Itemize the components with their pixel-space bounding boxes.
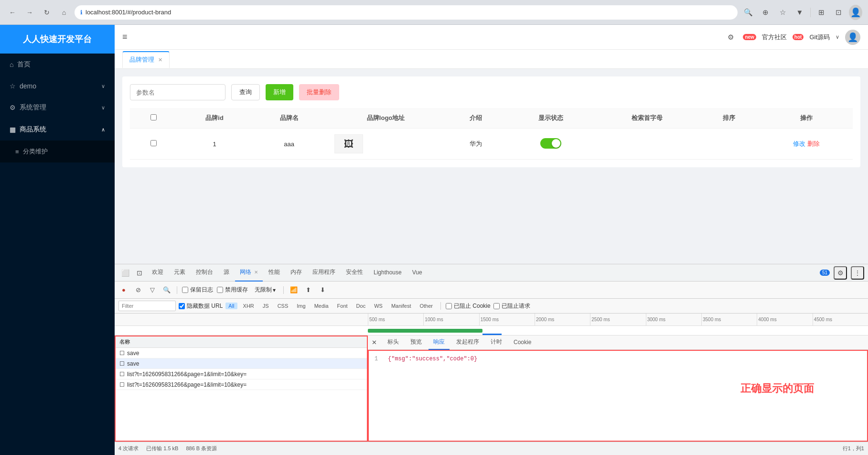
detail-tab-cookie[interactable]: Cookie [509, 336, 536, 350]
delete-button[interactable]: 删除 [807, 140, 820, 148]
detail-tab-timing[interactable]: 计时 [486, 336, 507, 350]
detail-close-button[interactable]: ✕ [372, 339, 377, 346]
filter-all-btn[interactable]: All [225, 303, 237, 309]
row-checkbox[interactable] [150, 140, 157, 146]
select-all-checkbox[interactable] [150, 114, 157, 120]
devtools-more-button[interactable]: ⋮ [851, 266, 864, 280]
devtools-tab-vue[interactable]: Vue [407, 264, 427, 282]
download-button[interactable]: ⬇ [317, 285, 328, 295]
star-tool-button[interactable]: ☆ [776, 6, 789, 19]
devtools-panel-icon-1[interactable]: ⬜ [118, 266, 132, 280]
more-tool-button[interactable]: ▼ [793, 6, 806, 19]
devtools-tab-security[interactable]: 安全性 [341, 264, 368, 282]
detail-tab-headers[interactable]: 标头 [383, 336, 404, 350]
filter-input[interactable] [118, 301, 176, 311]
network-row-save1[interactable]: ☐ save [116, 348, 367, 358]
detail-panel: ✕ 标头 预览 响应 发起程序 [368, 336, 868, 442]
wifi-icon-btn[interactable]: 📶 [289, 285, 299, 295]
stop-button[interactable]: ⊘ [133, 285, 143, 295]
sidebar-item-category[interactable]: ≡ 分类维护 [0, 141, 115, 162]
search-tool-button[interactable]: 🔍 [741, 6, 755, 19]
filter-media-btn[interactable]: Media [311, 303, 332, 309]
tab-brand-management[interactable]: 品牌管理 ✕ [122, 51, 170, 68]
devtools-tab-performance[interactable]: 性能 [264, 264, 285, 282]
home-button[interactable]: ⌂ [57, 6, 71, 19]
search-input[interactable] [130, 84, 225, 100]
address-bar[interactable]: ℹ localhost:8001/#/product-brand [75, 5, 738, 20]
detail-tab-initiator[interactable]: 发起程序 [451, 336, 484, 350]
row-check-1: ☐ [119, 350, 127, 357]
batch-delete-button[interactable]: 批量删除 [299, 84, 339, 100]
tab-close-icon[interactable]: ✕ [158, 57, 162, 63]
gitsource-label[interactable]: Git源码 [809, 33, 830, 42]
hide-data-url-checkbox[interactable] [179, 303, 185, 309]
add-button[interactable]: 新增 [266, 84, 293, 100]
sidebar-item-goods[interactable]: ▦ 商品系统 ∧ [0, 119, 115, 141]
row-intro: 华为 [445, 129, 506, 160]
preserve-log-checkbox[interactable] [182, 287, 188, 293]
user-avatar[interactable]: 👤 [845, 30, 860, 45]
filter-xhr-btn[interactable]: XHR [240, 303, 257, 309]
filter-button[interactable]: ▽ [147, 285, 158, 295]
preserve-log-checkbox-label[interactable]: 保留日志 [182, 286, 213, 294]
console-badge: 51 [820, 270, 830, 276]
detail-tab-preview[interactable]: 预览 [406, 336, 427, 350]
network-row-list1[interactable]: ☐ list?t=1626095831266&page=1&limit=10&k… [116, 369, 367, 379]
filter-ws-btn[interactable]: WS [371, 303, 386, 309]
devtools-settings-button[interactable]: ⚙ [834, 266, 847, 280]
timeline-green-bar [368, 329, 482, 333]
row-status[interactable] [506, 129, 595, 160]
tick-2000: 2000 ms [535, 314, 590, 325]
status-toggle[interactable] [540, 138, 561, 149]
network-row-list2[interactable]: ☐ list?t=1626095831266&page=1&limit=10&k… [116, 379, 367, 390]
blocked-cookies-label[interactable]: 已阻止 Cookie [446, 302, 491, 310]
extensions-tool-button[interactable]: ⊡ [832, 6, 845, 19]
edit-button[interactable]: 修改 [793, 140, 805, 148]
disable-cache-checkbox[interactable] [217, 287, 223, 293]
devtools-tab-elements[interactable]: 元素 [169, 264, 190, 282]
detail-tab-response[interactable]: 响应 [429, 336, 450, 350]
network-tab-close-icon[interactable]: ✕ [254, 270, 258, 275]
network-row-save2[interactable]: ☐ save [116, 358, 367, 369]
tick-1500: 1500 ms [479, 314, 535, 325]
blocked-cookies-checkbox[interactable] [446, 303, 452, 309]
refresh-button[interactable]: ↻ [40, 6, 54, 19]
disable-cache-checkbox-label[interactable]: 禁用缓存 [217, 286, 248, 294]
filter-js-btn[interactable]: JS [260, 303, 272, 309]
user-profile-button[interactable]: 👤 [849, 6, 862, 19]
hamburger-button[interactable]: ≡ [122, 32, 128, 42]
filter-manifest-btn[interactable]: Manifest [388, 303, 414, 309]
filter-other-btn[interactable]: Other [417, 303, 436, 309]
hide-data-url-label[interactable]: 隐藏数据 URL [179, 302, 223, 310]
sidebar-item-sysadmin[interactable]: ⚙ 系统管理 ∨ [0, 97, 115, 119]
devtools-tab-application[interactable]: 应用程序 [308, 264, 340, 282]
zoom-tool-button[interactable]: ⊕ [759, 6, 772, 19]
devtools-tab-network[interactable]: 网络 ✕ [235, 264, 263, 282]
sidebar-item-home[interactable]: ⌂ 首页 [0, 54, 115, 76]
blocked-requests-checkbox[interactable] [493, 303, 500, 309]
community-label[interactable]: 官方社区 [762, 33, 787, 42]
filter-img-btn[interactable]: Img [294, 303, 308, 309]
search-button[interactable]: 🔍 [161, 285, 172, 295]
record-button[interactable]: ● [118, 285, 129, 295]
brands-table: 品牌id 品牌名 品牌logo地址 介绍 显示状态 检索首字母 排序 操作 [130, 108, 853, 160]
app-wrapper: 人人快速开发平台 ⌂ 首页 ☆ demo ∨ ⚙ 系统管理 ∨ ▦ 商品系统 ∧… [0, 25, 868, 455]
back-button[interactable]: ← [6, 6, 19, 19]
devtools-tab-lighthouse[interactable]: Lighthouse [369, 264, 407, 282]
sidebar-item-demo[interactable]: ☆ demo ∨ [0, 76, 115, 97]
forward-button[interactable]: → [23, 6, 36, 19]
query-button[interactable]: 查询 [231, 84, 260, 100]
devtools-panel-icon-2[interactable]: ⊡ [133, 266, 146, 280]
devtools-tab-welcome[interactable]: 欢迎 [147, 264, 168, 282]
devtools-tab-console[interactable]: 控制台 [191, 264, 218, 282]
upload-button[interactable]: ⬆ [303, 285, 313, 295]
blocked-requests-label[interactable]: 已阻止请求 [493, 302, 530, 310]
filter-doc-btn[interactable]: Doc [354, 303, 369, 309]
bookmark-tool-button[interactable]: ⊞ [814, 6, 828, 19]
filter-font-btn[interactable]: Font [334, 303, 351, 309]
devtools-tab-memory[interactable]: 内存 [286, 264, 307, 282]
throttle-dropdown[interactable]: 无限制 ▾ [252, 285, 279, 295]
devtools-tab-sources[interactable]: 源 [219, 264, 234, 282]
filter-css-btn[interactable]: CSS [275, 303, 291, 309]
settings-button[interactable]: ⚙ [724, 31, 737, 44]
